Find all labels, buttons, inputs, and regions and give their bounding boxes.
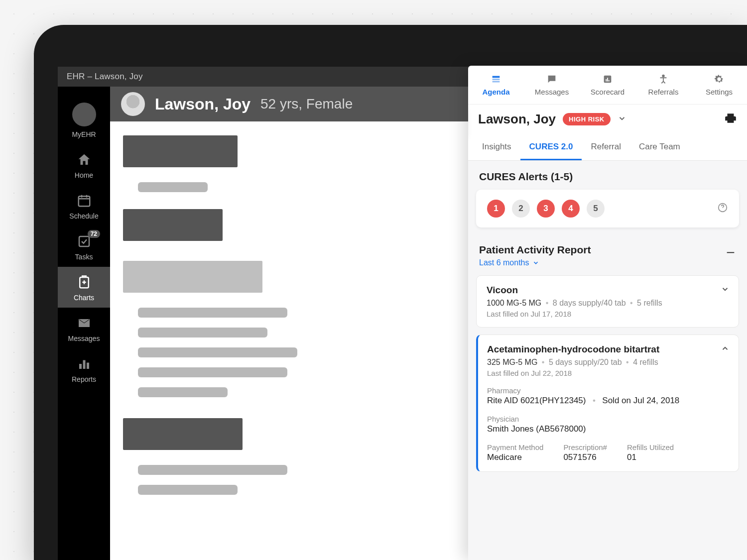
svg-rect-12: [609, 80, 610, 82]
tab-settings[interactable]: Settings: [691, 66, 747, 104]
gear-icon: [714, 74, 725, 85]
sidebar-item-myehr[interactable]: MyEHR: [58, 96, 110, 144]
sidebar: MyEHR Home Schedule 72 Tasks: [58, 87, 110, 560]
cures-alerts-title: CURES Alerts (1-5): [468, 161, 747, 190]
collapse-toggle[interactable]: [721, 344, 730, 355]
date-range-value: Last 6 months: [479, 258, 529, 267]
patient-meta: 52 yrs, Female: [260, 96, 353, 112]
svg-rect-7: [493, 79, 500, 80]
physician-label: Physician: [487, 415, 729, 423]
calendar-icon: [76, 192, 93, 209]
svg-rect-8: [493, 81, 500, 83]
patient-avatar-icon: [121, 92, 145, 116]
sold-date: Sold on Jul 24, 2018: [602, 396, 679, 405]
sidebar-label: Reports: [72, 375, 96, 383]
tab-label: Scorecard: [591, 88, 624, 96]
tab-agenda[interactable]: Agenda: [468, 66, 524, 104]
download-button[interactable]: [725, 243, 736, 256]
alert-dot-4[interactable]: 4: [562, 200, 580, 218]
rx-card-acetaminophen[interactable]: Acetaminophen-hydrocodone bitartrat 325 …: [476, 335, 739, 472]
tab-referrals[interactable]: Referrals: [635, 66, 691, 104]
window-title: EHR – Lawson, Joy: [67, 72, 143, 82]
subtab-careteam[interactable]: Care Team: [630, 134, 689, 160]
subtab-referral[interactable]: Referral: [582, 134, 629, 160]
payment-label: Payment Method: [487, 443, 543, 451]
sidebar-label: MyEHR: [72, 130, 96, 138]
help-button[interactable]: [717, 202, 728, 215]
chevron-down-icon: [721, 285, 730, 294]
sidebar-item-tasks[interactable]: 72 Tasks: [58, 226, 110, 267]
tab-scorecard[interactable]: Scorecard: [580, 66, 635, 104]
svg-rect-0: [78, 196, 90, 206]
panel-sub-tabs: Insights CURES 2.0 Referral Care Team: [468, 134, 747, 161]
svg-rect-3: [79, 364, 82, 369]
tab-label: Settings: [706, 88, 733, 96]
rx-name: Acetaminophen-hydrocodone bitartrat: [487, 344, 729, 355]
tab-label: Referrals: [648, 88, 679, 96]
subtab-insights[interactable]: Insights: [473, 134, 520, 160]
svg-point-13: [662, 75, 664, 77]
pharmacy-value: Rite AID 6021(PHY12345): [487, 396, 586, 405]
rx-last-filled: Last filled on Jul 17, 2018: [487, 310, 729, 318]
sidebar-label: Schedule: [69, 212, 98, 220]
chevron-down-icon: [618, 114, 626, 123]
agenda-icon: [491, 74, 501, 85]
panel-patient-name: Lawson, Joy: [478, 112, 556, 127]
pharmacy-label: Pharmacy: [487, 386, 729, 395]
rx-card-vicoon[interactable]: Vicoon 1000 MG-5 MG • 8 days supply/40 t…: [476, 275, 739, 328]
svg-rect-4: [83, 360, 85, 369]
sidebar-item-charts[interactable]: Charts: [58, 267, 110, 308]
chevron-up-icon: [721, 344, 730, 353]
home-icon: [76, 151, 93, 168]
rx-last-filled: Last filled on Jul 22, 2018: [487, 369, 729, 377]
sidebar-item-reports[interactable]: Reports: [58, 348, 110, 389]
print-button[interactable]: [724, 112, 737, 127]
rx-dose: 1000 MG-5 MG: [487, 299, 541, 307]
download-icon: [725, 243, 736, 254]
accessibility-icon: [658, 74, 669, 85]
date-range-selector[interactable]: Last 6 months: [468, 258, 747, 275]
sidebar-item-schedule[interactable]: Schedule: [58, 185, 110, 226]
rx-supply: 5 days supply/20 tab: [549, 358, 622, 366]
refills-utilized-label: Refills Utilized: [627, 443, 674, 451]
patient-name: Lawson, Joy: [155, 95, 250, 113]
help-circle-icon: [717, 202, 728, 213]
sidebar-label: Messages: [68, 335, 100, 342]
chevron-down-icon: [532, 259, 539, 266]
side-panel: Agenda Messages Scorecard Referrals Sett…: [468, 66, 747, 560]
rx-refills: 4 refills: [633, 358, 658, 366]
alert-dot-3[interactable]: 3: [537, 200, 555, 218]
svg-rect-1: [79, 236, 89, 246]
prescription-value: 0571576: [563, 452, 607, 462]
rx-refills: 5 refills: [637, 299, 662, 307]
cures-alerts-card: 1 2 3 4 5: [476, 190, 739, 227]
alert-dot-2[interactable]: 2: [512, 200, 530, 218]
patient-dropdown[interactable]: [618, 114, 626, 125]
mail-icon: [76, 315, 93, 332]
expand-toggle[interactable]: [721, 285, 730, 296]
tab-messages[interactable]: Messages: [524, 66, 580, 104]
physician-value: Smith Jones (AB5678000): [487, 424, 729, 434]
rx-supply: 8 days supply/40 tab: [553, 299, 626, 307]
printer-icon: [724, 112, 737, 125]
par-title: Patient Activity Report: [479, 244, 591, 256]
rx-dose: 325 MG-5 MG: [487, 358, 537, 366]
subtab-cures[interactable]: CURES 2.0: [520, 134, 582, 160]
tab-label: Messages: [535, 88, 569, 96]
alert-dot-1[interactable]: 1: [487, 200, 505, 218]
sidebar-item-messages[interactable]: Messages: [58, 308, 110, 348]
prescription-label: Prescription#: [563, 443, 607, 451]
panel-top-tabs: Agenda Messages Scorecard Referrals Sett…: [468, 66, 747, 105]
svg-rect-11: [607, 78, 608, 81]
alert-dot-5[interactable]: 5: [587, 200, 605, 218]
svg-rect-5: [87, 363, 89, 369]
sidebar-label: Home: [75, 171, 93, 179]
rx-name: Vicoon: [487, 285, 729, 296]
payment-value: Medicare: [487, 452, 543, 462]
tab-label: Agenda: [482, 88, 509, 96]
svg-rect-10: [606, 79, 607, 82]
chat-icon: [546, 74, 557, 85]
tasks-badge: 72: [88, 230, 100, 238]
sidebar-label: Charts: [74, 294, 94, 302]
sidebar-item-home[interactable]: Home: [58, 144, 110, 185]
